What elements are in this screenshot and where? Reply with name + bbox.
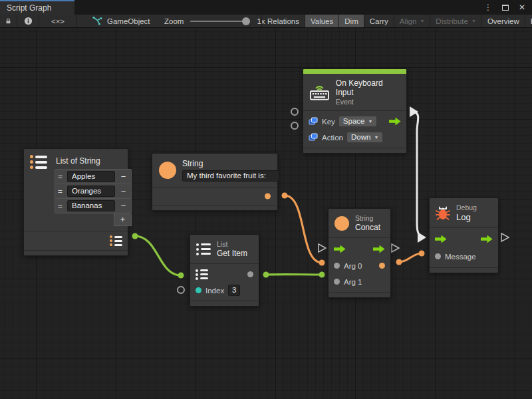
string-list-editor: = − = − = − (55, 169, 132, 213)
port-triangle-log-flow-out[interactable] (501, 233, 509, 241)
port-dot-getitem-input[interactable] (178, 273, 184, 279)
drag-handle-icon[interactable]: = (58, 201, 64, 211)
result-output-port[interactable] (379, 263, 385, 269)
list-item-row: = − (55, 170, 131, 184)
graph-canvas[interactable]: On Keyboard Input Event Key Space▼ (0, 28, 532, 399)
string-output-port[interactable] (265, 194, 271, 200)
maximize-icon[interactable] (502, 5, 509, 11)
gameobject-label: GameObject (107, 17, 150, 25)
remove-item-button[interactable]: − (118, 201, 128, 211)
node-concat[interactable]: String Concat Arg 0 (328, 208, 391, 298)
wire-string-to-concat[interactable] (285, 196, 322, 263)
flow-in-arrow-icon[interactable] (435, 235, 447, 243)
arg0-input-port[interactable] (334, 263, 340, 269)
flow-wire-end-arrow[interactable] (418, 232, 426, 243)
port-dot-log-message[interactable] (419, 251, 425, 257)
flow-out-arrow-icon[interactable] (373, 245, 385, 253)
node-get-item[interactable]: List Get Item Index (190, 234, 259, 307)
info-button[interactable] (17, 15, 39, 27)
arg1-input-port[interactable] (334, 279, 340, 285)
port-dot-concat-arg0[interactable] (319, 260, 325, 266)
node-category: String (355, 214, 380, 222)
node-debug-log[interactable]: Debug Log Message (429, 198, 499, 273)
port-dot-string-output[interactable] (282, 193, 288, 199)
add-item-button[interactable]: + (114, 213, 132, 226)
remove-item-button[interactable]: − (118, 172, 128, 182)
zoom-label: Zoom (164, 17, 184, 25)
enum-icon (309, 133, 318, 142)
drag-handle-icon[interactable]: = (58, 187, 64, 196)
dim-button[interactable]: Dim (339, 15, 364, 27)
chevron-down-icon: ▼ (420, 19, 424, 23)
node-string-literal[interactable]: String (152, 153, 278, 211)
index-input-port[interactable] (196, 287, 201, 293)
list-item-field[interactable] (67, 186, 115, 197)
port-dot-concat-arg1[interactable] (319, 272, 325, 278)
code-icon: <×> (51, 17, 65, 25)
unity-script-graph-window: Script Graph ⋮ ✕ <×> (0, 0, 532, 399)
align-button[interactable]: Align▼ (394, 15, 431, 27)
window-controls: ⋮ ✕ (484, 0, 532, 15)
title-bar: Script Graph ⋮ ✕ (0, 0, 532, 15)
output-port-section (152, 187, 277, 205)
zoom-slider-handle[interactable] (242, 17, 250, 25)
port-triangle-concat-flow-out[interactable] (392, 244, 399, 252)
port-circle-keyboard-key[interactable] (291, 108, 298, 115)
port-circle-keyboard-action[interactable] (291, 122, 298, 129)
drag-handle-icon[interactable]: = (58, 172, 64, 182)
node-footer (430, 267, 498, 273)
enum-icon (309, 117, 318, 126)
list-item-field[interactable] (67, 171, 115, 182)
string-icon (334, 216, 349, 231)
node-title: Get Item (217, 249, 247, 258)
node-footer (152, 205, 277, 210)
list-input-port-icon[interactable] (196, 269, 208, 280)
message-input-port[interactable] (435, 253, 441, 259)
node-title: On Keyboard Input (336, 78, 400, 97)
node-on-keyboard-input[interactable]: On Keyboard Input Event Key Space▼ (303, 68, 407, 154)
menu-icon[interactable]: ⋮ (484, 3, 492, 11)
item-output-port[interactable] (247, 271, 253, 277)
distribute-button[interactable]: Distribute▼ (430, 15, 482, 27)
port-dot-getitem-output[interactable] (263, 272, 269, 278)
flow-out-arrow-icon[interactable] (389, 117, 401, 126)
port-triangle-concat-flow-in[interactable] (319, 244, 326, 252)
node-category: Debug (456, 203, 477, 211)
lock-button[interactable] (0, 15, 17, 27)
node-title: Log (456, 212, 477, 222)
code-view-button[interactable]: <×> (39, 15, 77, 27)
remove-item-button[interactable]: − (118, 186, 128, 196)
wire-concat-to-log[interactable] (399, 253, 422, 262)
zoom-slider[interactable] (190, 21, 250, 22)
fullscreen-button[interactable]: Full Screen (525, 15, 532, 27)
list-item-row: = − (55, 199, 131, 213)
relations-button[interactable]: Relations (261, 15, 305, 27)
flow-in-arrow-icon[interactable] (334, 245, 346, 253)
node-list-of-string[interactable]: List of String = − = − = (23, 148, 128, 256)
list-output-port-icon[interactable] (110, 235, 122, 246)
action-dropdown[interactable]: Down▼ (347, 132, 382, 142)
close-icon[interactable]: ✕ (519, 3, 525, 11)
string-value-field[interactable] (182, 170, 279, 182)
node-footer (190, 301, 259, 306)
wire-list-to-getitem[interactable] (135, 236, 181, 275)
list-item-field[interactable] (67, 200, 115, 211)
overview-button[interactable]: Overview (482, 15, 525, 27)
list-item-row: = − (55, 184, 131, 199)
chevron-down-icon: ▼ (471, 19, 476, 23)
port-dot-list-output[interactable] (132, 233, 138, 239)
carry-button[interactable]: Carry (364, 15, 394, 27)
chevron-down-icon: ▼ (368, 119, 372, 124)
port-circle-getitem-index[interactable] (178, 287, 184, 293)
list-icon (196, 243, 211, 255)
event-accent-bar (303, 69, 406, 74)
key-dropdown[interactable]: Space▼ (339, 116, 377, 126)
node-footer (303, 148, 406, 153)
tab-script-graph[interactable]: Script Graph (0, 0, 74, 15)
gameobject-icon (92, 17, 102, 25)
wire-keyboard-to-log[interactable] (414, 112, 420, 237)
index-field[interactable] (228, 285, 240, 296)
flow-out-arrow-icon[interactable] (481, 235, 493, 243)
values-button[interactable]: Values (305, 15, 339, 27)
port-dot-concat-result[interactable] (396, 259, 402, 265)
